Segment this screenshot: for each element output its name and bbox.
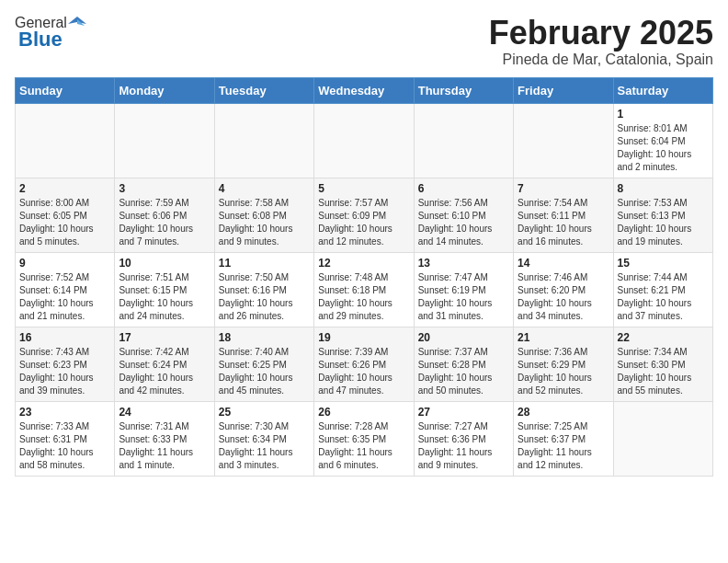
day-info: Sunrise: 7:56 AM Sunset: 6:10 PM Dayligh…: [418, 197, 509, 248]
calendar-week-row: 2Sunrise: 8:00 AM Sunset: 6:05 PM Daylig…: [16, 178, 713, 252]
day-number: 11: [219, 257, 310, 270]
page-header: General Blue February 2025 Pineda de Mar…: [15, 15, 713, 68]
calendar-cell: 19Sunrise: 7:39 AM Sunset: 6:26 PM Dayli…: [314, 327, 414, 401]
day-info: Sunrise: 7:34 AM Sunset: 6:30 PM Dayligh…: [618, 346, 709, 397]
day-number: 8: [618, 182, 709, 195]
column-header-monday: Monday: [115, 77, 214, 103]
calendar-cell: [214, 103, 313, 178]
calendar-cell: 13Sunrise: 7:47 AM Sunset: 6:19 PM Dayli…: [414, 252, 513, 327]
calendar-cell: 9Sunrise: 7:52 AM Sunset: 6:14 PM Daylig…: [16, 252, 115, 327]
day-info: Sunrise: 7:37 AM Sunset: 6:28 PM Dayligh…: [418, 346, 509, 397]
day-info: Sunrise: 7:59 AM Sunset: 6:06 PM Dayligh…: [119, 197, 210, 248]
day-info: Sunrise: 7:28 AM Sunset: 6:35 PM Dayligh…: [318, 420, 409, 472]
day-number: 18: [219, 331, 310, 344]
day-info: Sunrise: 7:57 AM Sunset: 6:09 PM Dayligh…: [318, 197, 409, 248]
column-header-saturday: Saturday: [613, 77, 712, 103]
calendar-cell: 25Sunrise: 7:30 AM Sunset: 6:34 PM Dayli…: [214, 401, 313, 476]
day-info: Sunrise: 8:00 AM Sunset: 6:05 PM Dayligh…: [19, 197, 110, 248]
day-number: 25: [219, 406, 310, 419]
column-header-thursday: Thursday: [414, 77, 513, 103]
column-header-wednesday: Wednesday: [314, 77, 414, 103]
day-number: 19: [318, 331, 409, 344]
day-info: Sunrise: 7:27 AM Sunset: 6:36 PM Dayligh…: [418, 420, 509, 472]
calendar-cell: 20Sunrise: 7:37 AM Sunset: 6:28 PM Dayli…: [414, 327, 513, 401]
day-number: 10: [119, 257, 210, 270]
calendar-cell: [613, 401, 712, 476]
day-info: Sunrise: 7:47 AM Sunset: 6:19 PM Dayligh…: [418, 271, 509, 323]
calendar-cell: 5Sunrise: 7:57 AM Sunset: 6:09 PM Daylig…: [314, 178, 414, 252]
calendar-cell: 6Sunrise: 7:56 AM Sunset: 6:10 PM Daylig…: [414, 178, 513, 252]
calendar-cell: 7Sunrise: 7:54 AM Sunset: 6:11 PM Daylig…: [514, 178, 613, 252]
day-number: 16: [19, 331, 110, 344]
calendar-cell: 4Sunrise: 7:58 AM Sunset: 6:08 PM Daylig…: [214, 178, 313, 252]
day-number: 17: [119, 331, 210, 344]
calendar-week-row: 23Sunrise: 7:33 AM Sunset: 6:31 PM Dayli…: [16, 401, 713, 476]
calendar-cell: 15Sunrise: 7:44 AM Sunset: 6:21 PM Dayli…: [613, 252, 712, 327]
day-number: 4: [219, 182, 310, 195]
calendar-cell: [314, 103, 414, 178]
logo: General Blue: [15, 15, 86, 52]
day-number: 24: [119, 406, 210, 419]
calendar-cell: 28Sunrise: 7:25 AM Sunset: 6:37 PM Dayli…: [514, 401, 613, 476]
month-year-title: February 2025: [489, 15, 713, 52]
calendar-cell: [16, 103, 115, 178]
calendar-table: SundayMondayTuesdayWednesdayThursdayFrid…: [15, 77, 713, 477]
day-number: 6: [418, 182, 509, 195]
calendar-cell: 12Sunrise: 7:48 AM Sunset: 6:18 PM Dayli…: [314, 252, 414, 327]
day-number: 23: [19, 406, 110, 419]
day-info: Sunrise: 7:58 AM Sunset: 6:08 PM Dayligh…: [219, 197, 310, 248]
column-header-friday: Friday: [514, 77, 613, 103]
day-info: Sunrise: 7:33 AM Sunset: 6:31 PM Dayligh…: [19, 420, 110, 472]
day-info: Sunrise: 7:25 AM Sunset: 6:37 PM Dayligh…: [518, 420, 609, 472]
calendar-cell: 17Sunrise: 7:42 AM Sunset: 6:24 PM Dayli…: [115, 327, 214, 401]
day-info: Sunrise: 7:46 AM Sunset: 6:20 PM Dayligh…: [518, 271, 609, 323]
day-info: Sunrise: 7:54 AM Sunset: 6:11 PM Dayligh…: [518, 197, 609, 248]
calendar-cell: 22Sunrise: 7:34 AM Sunset: 6:30 PM Dayli…: [613, 327, 712, 401]
day-number: 20: [418, 331, 509, 344]
day-number: 3: [119, 182, 210, 195]
day-info: Sunrise: 7:36 AM Sunset: 6:29 PM Dayligh…: [518, 346, 609, 397]
column-header-sunday: Sunday: [16, 77, 115, 103]
calendar-cell: 10Sunrise: 7:51 AM Sunset: 6:15 PM Dayli…: [115, 252, 214, 327]
calendar-cell: [414, 103, 513, 178]
calendar-cell: 8Sunrise: 7:53 AM Sunset: 6:13 PM Daylig…: [613, 178, 712, 252]
day-info: Sunrise: 7:48 AM Sunset: 6:18 PM Dayligh…: [318, 271, 409, 323]
calendar-cell: 18Sunrise: 7:40 AM Sunset: 6:25 PM Dayli…: [214, 327, 313, 401]
day-info: Sunrise: 7:39 AM Sunset: 6:26 PM Dayligh…: [318, 346, 409, 397]
location-subtitle: Pineda de Mar, Catalonia, Spain: [489, 52, 713, 68]
day-number: 28: [518, 406, 609, 419]
calendar-cell: 21Sunrise: 7:36 AM Sunset: 6:29 PM Dayli…: [514, 327, 613, 401]
day-number: 9: [19, 257, 110, 270]
logo-bird-icon: [68, 15, 86, 31]
calendar-cell: 14Sunrise: 7:46 AM Sunset: 6:20 PM Dayli…: [514, 252, 613, 327]
day-info: Sunrise: 8:01 AM Sunset: 6:04 PM Dayligh…: [618, 122, 709, 174]
day-number: 15: [618, 257, 709, 270]
day-info: Sunrise: 7:30 AM Sunset: 6:34 PM Dayligh…: [219, 420, 310, 472]
calendar-cell: 3Sunrise: 7:59 AM Sunset: 6:06 PM Daylig…: [115, 178, 214, 252]
day-number: 1: [618, 108, 709, 121]
calendar-cell: 1Sunrise: 8:01 AM Sunset: 6:04 PM Daylig…: [613, 103, 712, 178]
calendar-week-row: 9Sunrise: 7:52 AM Sunset: 6:14 PM Daylig…: [16, 252, 713, 327]
day-number: 22: [618, 331, 709, 344]
day-info: Sunrise: 7:40 AM Sunset: 6:25 PM Dayligh…: [219, 346, 310, 397]
day-info: Sunrise: 7:44 AM Sunset: 6:21 PM Dayligh…: [618, 271, 709, 323]
day-number: 13: [418, 257, 509, 270]
day-info: Sunrise: 7:52 AM Sunset: 6:14 PM Dayligh…: [19, 271, 110, 323]
day-number: 21: [518, 331, 609, 344]
day-info: Sunrise: 7:51 AM Sunset: 6:15 PM Dayligh…: [119, 271, 210, 323]
day-info: Sunrise: 7:42 AM Sunset: 6:24 PM Dayligh…: [119, 346, 210, 397]
day-number: 27: [418, 406, 509, 419]
calendar-header-row: SundayMondayTuesdayWednesdayThursdayFrid…: [16, 77, 713, 103]
day-number: 5: [318, 182, 409, 195]
calendar-cell: [115, 103, 214, 178]
title-block: February 2025 Pineda de Mar, Catalonia, …: [489, 15, 713, 68]
calendar-cell: 16Sunrise: 7:43 AM Sunset: 6:23 PM Dayli…: [16, 327, 115, 401]
calendar-week-row: 16Sunrise: 7:43 AM Sunset: 6:23 PM Dayli…: [16, 327, 713, 401]
calendar-cell: 24Sunrise: 7:31 AM Sunset: 6:33 PM Dayli…: [115, 401, 214, 476]
column-header-tuesday: Tuesday: [214, 77, 313, 103]
calendar-cell: 11Sunrise: 7:50 AM Sunset: 6:16 PM Dayli…: [214, 252, 313, 327]
calendar-week-row: 1Sunrise: 8:01 AM Sunset: 6:04 PM Daylig…: [16, 103, 713, 178]
day-info: Sunrise: 7:50 AM Sunset: 6:16 PM Dayligh…: [219, 271, 310, 323]
calendar-cell: 27Sunrise: 7:27 AM Sunset: 6:36 PM Dayli…: [414, 401, 513, 476]
day-number: 2: [19, 182, 110, 195]
